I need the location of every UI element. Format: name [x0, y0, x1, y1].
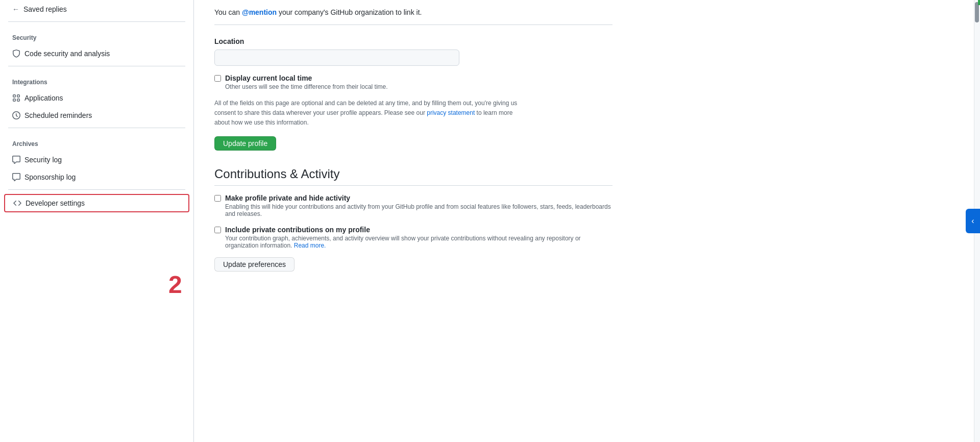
saved-replies-label: Saved replies [23, 5, 67, 13]
make-private-row: Make profile private and hide activity E… [214, 194, 612, 217]
divider-3 [8, 128, 185, 128]
shield-icon [12, 50, 20, 58]
scrollbar-thumb[interactable] [975, 2, 979, 22]
sidebar-item-saved-replies[interactable]: ← Saved replies [4, 1, 189, 17]
include-private-checkbox[interactable] [214, 227, 221, 233]
make-private-desc: Enabling this will hide your contributio… [225, 203, 612, 217]
divider-2 [8, 66, 185, 66]
include-private-label[interactable]: Include private contributions on my prof… [225, 226, 370, 234]
read-more-link[interactable]: Read more. [294, 242, 326, 249]
location-field-group: Location [214, 37, 612, 66]
security-log-label: Security log [24, 156, 62, 164]
display-time-text: Display current local time Other users w… [225, 74, 388, 90]
sidebar-item-developer-settings[interactable]: Developer settings [4, 194, 189, 212]
applications-label: Applications [24, 94, 63, 102]
consent-text: All of the fields on this page are optio… [214, 99, 521, 128]
sponsorship-log-icon [12, 173, 20, 181]
archives-section-label: Archives [0, 132, 193, 151]
sponsorship-log-label: Sponsorship log [24, 173, 76, 181]
display-time-desc: Other users will see the time difference… [225, 83, 388, 90]
make-private-label[interactable]: Make profile private and hide activity [225, 194, 350, 202]
collapse-arrow[interactable]: ‹ [966, 209, 980, 233]
main-content: You can @mention your company's GitHub o… [194, 0, 974, 442]
code-security-label: Code security and analysis [24, 50, 110, 58]
sidebar-item-security-log[interactable]: Security log [4, 152, 189, 168]
divider-4 [8, 189, 185, 190]
location-label: Location [214, 37, 612, 45]
sidebar-item-applications[interactable]: Applications [4, 90, 189, 106]
divider-1 [8, 21, 185, 22]
sidebar-item-scheduled-reminders[interactable]: Scheduled reminders [4, 107, 189, 124]
display-time-row: Display current local time Other users w… [214, 74, 612, 90]
code-icon [13, 199, 21, 207]
update-profile-button[interactable]: Update profile [214, 136, 276, 151]
clock-icon [12, 111, 20, 119]
developer-settings-label: Developer settings [26, 199, 85, 207]
make-private-text: Make profile private and hide activity E… [225, 194, 612, 217]
integrations-section-label: Integrations [0, 70, 193, 89]
display-time-checkbox[interactable] [214, 75, 221, 82]
display-time-label[interactable]: Display current local time [225, 74, 312, 82]
contributions-title: Contributions & Activity [214, 167, 612, 186]
scheduled-reminders-label: Scheduled reminders [24, 111, 92, 119]
include-private-desc: Your contribution graph, achievements, a… [225, 235, 612, 249]
include-private-row: Include private contributions on my prof… [214, 226, 612, 249]
mention-text: @mention [242, 8, 277, 16]
sidebar-item-code-security[interactable]: Code security and analysis [4, 45, 189, 62]
include-private-text: Include private contributions on my prof… [225, 226, 612, 249]
update-preferences-button[interactable]: Update preferences [214, 257, 295, 272]
security-section-label: Security [0, 26, 193, 44]
top-note: You can @mention your company's GitHub o… [214, 0, 612, 25]
apps-icon [12, 94, 20, 102]
make-private-checkbox[interactable] [214, 195, 221, 202]
arrow-left-icon: ← [12, 5, 19, 13]
sidebar-item-sponsorship-log[interactable]: Sponsorship log [4, 169, 189, 185]
sidebar: ← Saved replies Security Code security a… [0, 0, 194, 442]
location-input[interactable] [214, 50, 459, 66]
privacy-statement-link[interactable]: privacy statement [427, 109, 475, 116]
green-bar [978, 0, 980, 5]
profile-section: You can @mention your company's GitHub o… [214, 0, 612, 272]
log-icon [12, 156, 20, 164]
